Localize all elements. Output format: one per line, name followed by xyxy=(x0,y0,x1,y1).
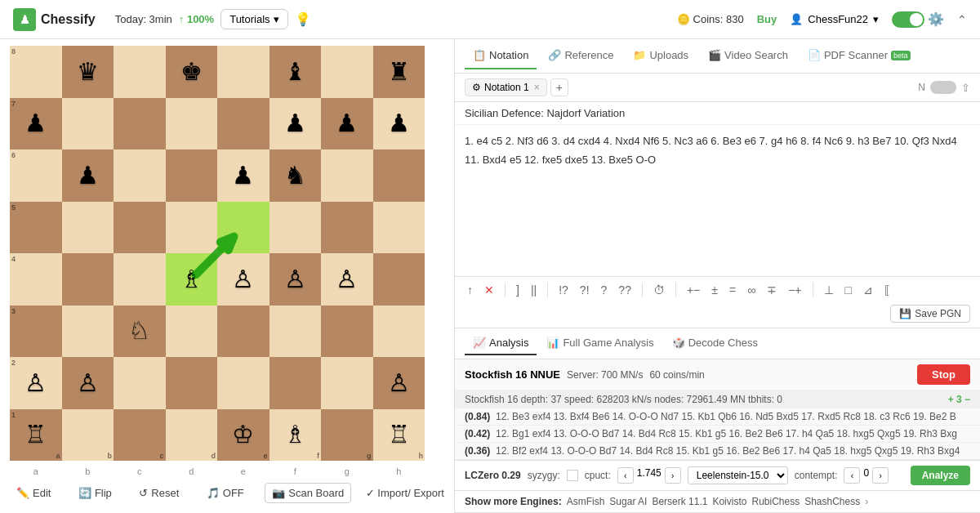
cell-g1[interactable]: g xyxy=(321,409,373,462)
notation-tab-1[interactable]: ⚙ Notation 1 × xyxy=(465,78,547,96)
tab-uploads[interactable]: 📁 Uploads xyxy=(625,42,697,69)
atab-decode-chess[interactable]: 🎲 Decode Chess xyxy=(664,332,766,355)
cell-h5[interactable] xyxy=(373,202,425,254)
theme-toggle[interactable] xyxy=(892,11,924,28)
gear-icon[interactable]: ⚙️ xyxy=(928,11,944,27)
cell-c5[interactable] xyxy=(114,202,166,254)
plus-minus-icon[interactable]: +− xyxy=(684,282,702,298)
cell-a7[interactable]: 7♟ xyxy=(10,98,62,150)
plusminus-icon[interactable]: ± xyxy=(709,282,720,298)
cell-a5[interactable]: 5 xyxy=(10,202,62,254)
expand-icon[interactable]: ⇧ xyxy=(961,82,970,94)
tutorials-button[interactable]: Tutorials ▾ xyxy=(220,9,287,29)
engine-berserk[interactable]: Berserk 11.1 xyxy=(652,496,707,507)
equal-icon[interactable]: = xyxy=(727,282,738,298)
import-export-button[interactable]: ✓ Import/ Export xyxy=(366,487,444,499)
cell-d5[interactable] xyxy=(166,202,218,254)
infinity-icon[interactable]: ∞ xyxy=(745,282,758,298)
cell-d2[interactable] xyxy=(166,357,218,409)
cell-h3[interactable] xyxy=(373,306,425,358)
cell-h7[interactable]: ♟ xyxy=(373,98,425,150)
cell-c2[interactable] xyxy=(114,357,166,409)
cell-c6[interactable] xyxy=(114,149,166,202)
engine-shasshchess[interactable]: ShashChess xyxy=(804,496,860,507)
cell-f6[interactable]: ♞ xyxy=(270,149,322,202)
cell-e5[interactable] xyxy=(217,202,270,254)
cell-f4[interactable]: ♙ xyxy=(270,253,322,306)
model-select[interactable]: Leelenstein-15.0 xyxy=(688,466,788,484)
cell-b2[interactable]: ♙ xyxy=(62,357,114,409)
cell-b5[interactable] xyxy=(62,202,114,254)
notation-toggle[interactable] xyxy=(930,81,956,94)
cell-e8[interactable] xyxy=(217,46,270,98)
cpuct-next[interactable]: › xyxy=(665,467,681,484)
reset-button[interactable]: ↺ Reset xyxy=(132,484,185,502)
cell-d4[interactable]: ♗ xyxy=(166,253,218,306)
cell-e6[interactable]: ♟ xyxy=(217,149,270,202)
engine-koivisto[interactable]: Koivisto xyxy=(712,496,746,507)
contempt-next[interactable]: › xyxy=(872,467,889,484)
user-area[interactable]: 👤 ChessFun22 ▾ xyxy=(790,13,879,25)
question-exclaim-icon[interactable]: ?! xyxy=(577,282,592,298)
cell-a8[interactable]: 8 xyxy=(10,46,62,98)
sound-button[interactable]: 🎵 OFF xyxy=(200,484,251,502)
cell-h1[interactable]: h♖ xyxy=(373,409,425,462)
cell-e4[interactable]: ♙ xyxy=(217,253,270,306)
cell-a6[interactable]: 6 xyxy=(10,149,62,202)
cell-f2[interactable] xyxy=(270,357,322,409)
pause-icon[interactable]: || xyxy=(528,282,539,298)
cell-a1[interactable]: 1a♖ xyxy=(10,409,62,462)
question-icon[interactable]: ? xyxy=(599,282,610,298)
cell-g3[interactable] xyxy=(321,306,373,358)
contempt-prev[interactable]: ‹ xyxy=(844,467,860,484)
collapse-icon[interactable]: ⌃ xyxy=(957,13,967,26)
exclaim-question-icon[interactable]: !? xyxy=(556,282,571,298)
stop-button[interactable]: Stop xyxy=(917,364,970,385)
cell-d7[interactable] xyxy=(166,98,218,150)
arrow-up-icon[interactable]: ↑ xyxy=(465,282,475,298)
cell-f5[interactable] xyxy=(270,202,322,254)
cell-e7[interactable] xyxy=(217,98,270,150)
cell-g2[interactable] xyxy=(321,357,373,409)
tab-pdf-scanner[interactable]: 📄 PDF Scanner beta xyxy=(800,42,919,69)
minus-plus-icon[interactable]: ∓ xyxy=(764,282,779,298)
atab-analysis[interactable]: 📈 Analysis xyxy=(465,332,537,355)
engine-asmfish[interactable]: AsmFish xyxy=(567,496,605,507)
cell-h6[interactable] xyxy=(373,149,425,202)
cell-a2[interactable]: 2♙ xyxy=(10,357,62,409)
close-notation-tab[interactable]: × xyxy=(534,82,540,93)
cell-c8[interactable] xyxy=(114,46,166,98)
cell-e3[interactable] xyxy=(217,306,270,358)
cell-c7[interactable] xyxy=(114,98,166,150)
cell-f3[interactable] xyxy=(270,306,322,358)
cell-d3[interactable] xyxy=(166,306,218,358)
cell-g8[interactable] xyxy=(321,46,373,98)
engine-sugai[interactable]: Sugar AI xyxy=(609,496,647,507)
cell-e1[interactable]: e♔ xyxy=(217,409,270,462)
scan-board-button[interactable]: 📷 Scan Board xyxy=(265,483,351,503)
tab-video-search[interactable]: 🎬 Video Search xyxy=(700,42,796,69)
save-pgn-button[interactable]: 💾 Save PGN xyxy=(890,305,970,323)
bracket-icon[interactable]: ] xyxy=(514,282,522,298)
cell-d1[interactable]: d xyxy=(166,409,218,462)
cell-g7[interactable]: ♟ xyxy=(321,98,373,150)
cell-g5[interactable] xyxy=(321,202,373,254)
cell-g4[interactable]: ♙ xyxy=(321,253,373,306)
analyze-button[interactable]: Analyze xyxy=(911,466,970,485)
cell-b6[interactable]: ♟ xyxy=(62,149,114,202)
cell-b4[interactable] xyxy=(62,253,114,306)
tab-reference[interactable]: 🔗 Reference xyxy=(540,42,621,69)
cell-b3[interactable] xyxy=(62,306,114,358)
more-engines-expand[interactable]: › xyxy=(865,496,868,507)
cell-a4[interactable]: 4 xyxy=(10,253,62,306)
cell-d6[interactable] xyxy=(166,149,218,202)
cell-c3[interactable]: ♘ xyxy=(114,306,166,358)
cell-c1[interactable]: c xyxy=(114,409,166,462)
box-icon[interactable]: □ xyxy=(843,282,854,298)
edit-button[interactable]: ✏️ Edit xyxy=(10,484,57,502)
cell-e2[interactable] xyxy=(217,357,270,409)
cpuct-prev[interactable]: ‹ xyxy=(617,467,634,484)
flip-button[interactable]: 🔄 Flip xyxy=(72,484,118,502)
double-question-icon[interactable]: ?? xyxy=(616,282,634,298)
cell-f7[interactable]: ♟ xyxy=(270,98,322,150)
